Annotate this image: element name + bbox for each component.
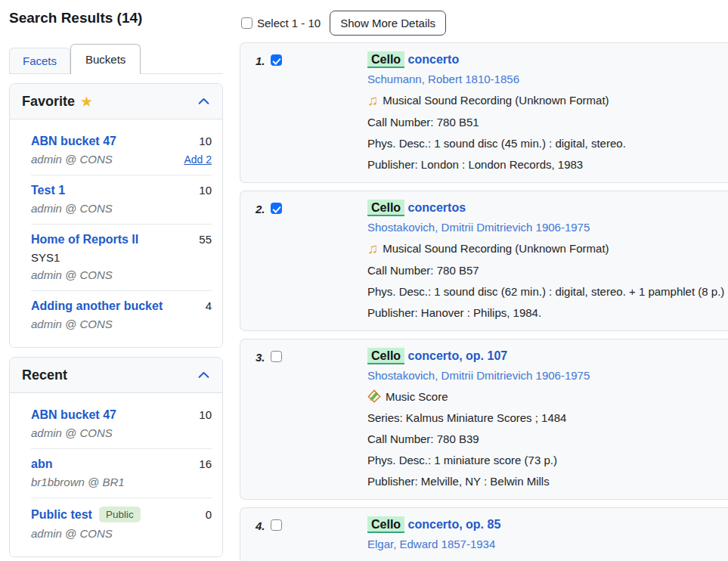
- search-term-highlight: Cello: [367, 200, 404, 216]
- bucket-name-link[interactable]: Public test: [31, 508, 92, 522]
- result-format-label: Music Score: [386, 390, 448, 403]
- search-term-highlight: Cello: [367, 516, 404, 533]
- result-detail-line: Series: Kalmus Miniature Scores ; 1484: [367, 411, 728, 424]
- bucket-item-sub-row: admin @ CONS: [31, 318, 212, 330]
- page-title: Search Results (14): [9, 10, 223, 26]
- bucket-item-main-row: Adding another bucket 4: [31, 299, 212, 313]
- bucket-item-main-row: abn 16: [31, 457, 212, 471]
- page-layout: Search Results (14) Facets Buckets Favor…: [0, 0, 728, 561]
- result-checkbox[interactable]: [271, 54, 282, 66]
- result-title-link[interactable]: Cello concertos: [367, 201, 728, 215]
- sidebar-tabs: Facets Buckets: [9, 43, 223, 74]
- bucket-item-main-row: ABN bucket 47 10: [31, 408, 212, 422]
- bucket-name-link[interactable]: abn: [31, 457, 52, 471]
- results-panel: Select 1 - 10 Show More Details 1. Cello…: [240, 9, 728, 561]
- bucket-owner: admin @ CONS: [31, 202, 113, 215]
- result-author-link[interactable]: Shostakovich, Dmitrii Dmitrievich 1906-1…: [367, 369, 590, 382]
- result-author-link[interactable]: Shostakovich, Dmitrii Dmitrievich 1906-1…: [367, 221, 590, 234]
- select-range-label: Select 1 - 10: [257, 17, 321, 29]
- result-detail-line: Phys. Desc.: 1 miniature score (73 p.): [367, 454, 728, 466]
- result-title-text[interactable]: concerto, op. 107: [408, 349, 508, 362]
- bucket-item: ABN bucket 47 10 admin @ CONS: [31, 400, 212, 448]
- result-title-link[interactable]: Cello concerto, op. 85: [367, 518, 728, 532]
- bucket-owner: admin @ CONS: [31, 318, 113, 330]
- bucket-section-header[interactable]: Recent: [10, 358, 222, 393]
- tab-buckets[interactable]: Buckets: [70, 44, 141, 74]
- sidebar: Search Results (14) Facets Buckets Favor…: [9, 9, 223, 561]
- result-author-link[interactable]: Schumann, Robert 1810-1856: [367, 73, 519, 85]
- result-detail-line: Phys. Desc.: 1 sound disc (45 min.) : di…: [367, 137, 728, 150]
- chevron-up-icon[interactable]: [197, 369, 210, 382]
- bucket-item-main-row: ABN bucket 47 10: [31, 135, 212, 148]
- result-title-text[interactable]: concertos: [408, 201, 466, 214]
- result-card: 3. Cello concerto, op. 107 Shostakovich,…: [240, 339, 728, 500]
- bucket-section-header[interactable]: Favorite ★: [10, 84, 222, 119]
- bucket-list: ABN bucket 47 10 admin @ CONS: [10, 393, 222, 556]
- bucket-section: Recent ABN bucket 47: [9, 357, 223, 557]
- result-title-link[interactable]: Cello concerto, op. 107: [367, 349, 728, 363]
- bucket-owner: br1bbrown @ BR1: [31, 476, 125, 488]
- bucket-owner: admin @ CONS: [31, 268, 113, 281]
- bucket-item-main-row: Test 1 10: [31, 184, 212, 197]
- bucket-item-sub-row: admin @ CONS: [31, 202, 212, 215]
- bucket-count: 10: [199, 184, 212, 197]
- bucket-name-link[interactable]: Adding another bucket: [31, 299, 163, 313]
- result-card: 4. Cello concerto, op. 85 Elgar, Edward …: [240, 507, 728, 561]
- bucket-name-link[interactable]: ABN bucket 47: [31, 135, 116, 148]
- bucket-item: Home of Reports II 55 SYS1 admin @ CONS: [31, 224, 212, 290]
- star-icon: ★: [80, 95, 93, 109]
- show-more-details-button[interactable]: Show More Details: [330, 11, 446, 36]
- search-term-highlight: Cello: [367, 348, 404, 364]
- bucket-owner: admin @ CONS: [31, 153, 113, 166]
- bucket-item-sub-row: admin @ CONS: [31, 268, 212, 281]
- result-title-text[interactable]: concerto, op. 85: [408, 518, 501, 531]
- bucket-section-title: Favorite ★: [22, 94, 93, 110]
- bucket-item-sub-row: admin @ CONS: [31, 527, 212, 540]
- bucket-count: 10: [199, 135, 212, 147]
- bucket-item-sub-row: br1bbrown @ BR1: [31, 476, 212, 488]
- music-score-icon: [367, 389, 381, 403]
- result-bib-details: Cello concerto, op. 85 Elgar, Edward 185…: [367, 518, 728, 561]
- result-bib-details: Cello concertos Shostakovich, Dmitrii Dm…: [367, 201, 728, 321]
- bucket-count: 0: [206, 508, 212, 521]
- result-card: 1. Cello concerto Schumann, Robert 1810-…: [240, 42, 728, 183]
- bucket-name-link[interactable]: Test 1: [31, 184, 65, 197]
- result-checkbox[interactable]: [271, 519, 282, 531]
- bucket-item: abn 16 br1bbrown @ BR1: [31, 448, 212, 497]
- result-author-link[interactable]: Elgar, Edward 1857-1934: [367, 538, 495, 550]
- bucket-name-link[interactable]: Home of Reports II: [31, 233, 138, 246]
- music-note-icon: ♫: [367, 93, 378, 107]
- select-range-checkbox[interactable]: [241, 17, 252, 29]
- results-toolbar: Select 1 - 10 Show More Details: [241, 11, 728, 36]
- search-term-highlight: Cello: [367, 51, 404, 68]
- bucket-count: 55: [199, 233, 212, 246]
- tab-facets[interactable]: Facets: [9, 48, 70, 73]
- bucket-add-link[interactable]: Add 2: [184, 153, 212, 166]
- bucket-item-sub-row: admin @ CONS: [31, 426, 212, 439]
- bucket-count: 4: [206, 299, 212, 312]
- chevron-up-icon[interactable]: [197, 95, 210, 108]
- result-format-line: Music Score: [367, 389, 728, 403]
- result-number: 4.: [256, 519, 265, 532]
- result-bib-details: Cello concerto Schumann, Robert 1810-185…: [367, 53, 728, 172]
- bucket-section-title: Recent: [22, 367, 67, 383]
- result-checkbox[interactable]: [271, 203, 282, 214]
- result-detail-lines: Call Number: 780 B51Phys. Desc.: 1 sound…: [367, 116, 728, 171]
- result-title-text[interactable]: concerto: [408, 53, 460, 66]
- result-format-line: ♫ Musical Sound Recording (Unknown Forma…: [367, 558, 728, 561]
- result-detail-line: Phys. Desc.: 1 sound disc (62 min.) : di…: [367, 285, 728, 298]
- bucket-name-link[interactable]: ABN bucket 47: [31, 408, 116, 422]
- result-checkbox[interactable]: [271, 351, 282, 362]
- result-title-link[interactable]: Cello concerto: [367, 53, 728, 67]
- bucket-item: Adding another bucket 4 admin @ CONS: [31, 290, 212, 339]
- bucket-owner: admin @ CONS: [31, 527, 113, 540]
- result-card: 2. Cello concertos Shostakovich, Dmitrii…: [240, 191, 728, 331]
- bucket-item: Test 1 10 admin @ CONS: [31, 175, 212, 224]
- result-select-area: 3.: [256, 349, 367, 489]
- bucket-org: SYS1: [31, 251, 212, 264]
- bucket-count: 10: [199, 408, 212, 421]
- result-detail-line: Call Number: 780 B57: [367, 264, 728, 277]
- result-format-label: Musical Sound Recording (Unknown Format): [383, 242, 609, 255]
- bucket-section-title-text: Recent: [22, 367, 67, 383]
- result-number: 3.: [256, 351, 265, 364]
